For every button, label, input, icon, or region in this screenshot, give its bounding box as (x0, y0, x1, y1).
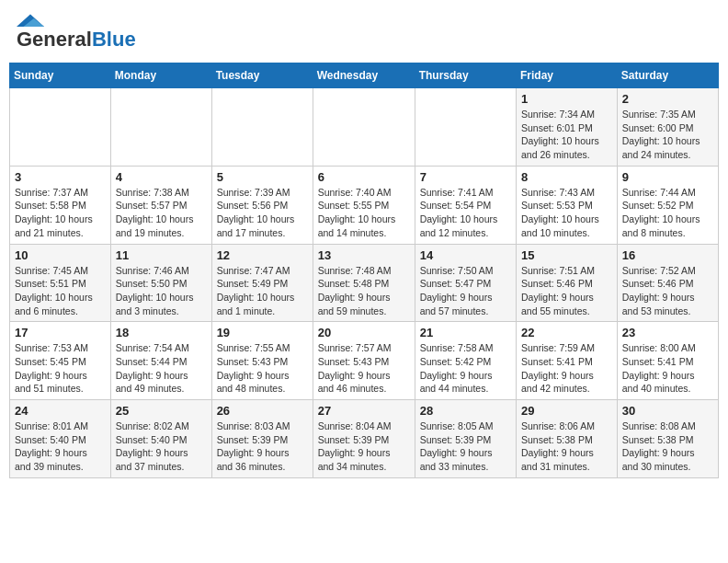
weekday-header-sunday: Sunday (10, 63, 111, 88)
day-number: 5 (217, 170, 308, 184)
weekday-header-wednesday: Wednesday (313, 63, 415, 88)
day-info: Sunrise: 7:37 AM Sunset: 5:58 PM Dayligh… (15, 186, 106, 240)
day-info: Sunrise: 8:01 AM Sunset: 5:40 PM Dayligh… (15, 419, 106, 474)
calendar-cell: 15Sunrise: 7:51 AM Sunset: 5:46 PM Dayli… (517, 244, 618, 322)
calendar-cell: 30Sunrise: 8:08 AM Sunset: 5:38 PM Dayli… (617, 400, 718, 478)
day-number: 10 (15, 248, 106, 262)
calendar-cell: 13Sunrise: 7:48 AM Sunset: 5:48 PM Dayli… (313, 244, 415, 322)
day-info: Sunrise: 7:51 AM Sunset: 5:46 PM Dayligh… (521, 264, 612, 318)
day-info: Sunrise: 7:58 AM Sunset: 5:42 PM Dayligh… (420, 341, 511, 396)
calendar-cell: 1Sunrise: 7:34 AM Sunset: 6:01 PM Daylig… (517, 88, 618, 167)
day-number: 29 (521, 404, 612, 418)
day-info: Sunrise: 7:59 AM Sunset: 5:41 PM Dayligh… (521, 341, 612, 396)
calendar-cell: 11Sunrise: 7:46 AM Sunset: 5:50 PM Dayli… (110, 244, 211, 322)
day-info: Sunrise: 8:03 AM Sunset: 5:39 PM Dayligh… (217, 419, 308, 474)
day-number: 22 (521, 326, 612, 339)
calendar-cell (10, 88, 111, 167)
weekday-header-thursday: Thursday (415, 63, 516, 88)
day-number: 24 (15, 404, 106, 418)
day-number: 27 (318, 404, 410, 418)
calendar-cell: 28Sunrise: 8:05 AM Sunset: 5:39 PM Dayli… (415, 400, 516, 478)
calendar-cell: 20Sunrise: 7:57 AM Sunset: 5:43 PM Dayli… (313, 322, 415, 400)
calendar-cell: 26Sunrise: 8:03 AM Sunset: 5:39 PM Dayli… (211, 400, 313, 478)
day-number: 20 (318, 326, 410, 339)
day-info: Sunrise: 7:57 AM Sunset: 5:43 PM Dayligh… (318, 341, 410, 396)
calendar-cell: 27Sunrise: 8:04 AM Sunset: 5:39 PM Dayli… (313, 400, 415, 478)
day-info: Sunrise: 8:02 AM Sunset: 5:40 PM Dayligh… (116, 419, 207, 474)
day-number: 6 (318, 170, 410, 184)
day-number: 15 (521, 248, 612, 262)
day-info: Sunrise: 8:08 AM Sunset: 5:38 PM Dayligh… (622, 419, 713, 474)
calendar-cell (211, 88, 313, 167)
day-number: 28 (420, 404, 511, 418)
calendar-cell: 12Sunrise: 7:47 AM Sunset: 5:49 PM Dayli… (211, 244, 313, 322)
calendar-cell: 23Sunrise: 8:00 AM Sunset: 5:41 PM Dayli… (617, 322, 718, 400)
day-info: Sunrise: 8:04 AM Sunset: 5:39 PM Dayligh… (318, 419, 410, 474)
day-number: 23 (622, 326, 713, 339)
page-header: GeneralBlue (9, 9, 719, 55)
logo: GeneralBlue (17, 13, 136, 52)
day-number: 12 (217, 248, 308, 262)
day-number: 1 (521, 92, 612, 106)
calendar-week-2: 3Sunrise: 7:37 AM Sunset: 5:58 PM Daylig… (10, 166, 719, 244)
day-info: Sunrise: 7:45 AM Sunset: 5:51 PM Dayligh… (15, 264, 106, 318)
day-info: Sunrise: 8:06 AM Sunset: 5:38 PM Dayligh… (521, 419, 612, 474)
calendar-cell: 5Sunrise: 7:39 AM Sunset: 5:56 PM Daylig… (211, 166, 313, 244)
day-number: 14 (420, 248, 511, 262)
day-info: Sunrise: 7:40 AM Sunset: 5:55 PM Dayligh… (318, 186, 410, 240)
day-info: Sunrise: 7:52 AM Sunset: 5:46 PM Dayligh… (622, 264, 713, 318)
calendar-cell: 2Sunrise: 7:35 AM Sunset: 6:00 PM Daylig… (617, 88, 718, 167)
calendar-cell (313, 88, 415, 167)
day-number: 21 (420, 326, 511, 339)
logo-text: GeneralBlue (17, 28, 136, 52)
day-number: 25 (116, 404, 207, 418)
day-number: 3 (15, 170, 106, 184)
calendar-cell: 3Sunrise: 7:37 AM Sunset: 5:58 PM Daylig… (10, 166, 111, 244)
day-number: 11 (116, 248, 207, 262)
calendar-cell: 18Sunrise: 7:54 AM Sunset: 5:44 PM Dayli… (110, 322, 211, 400)
day-number: 18 (116, 326, 207, 339)
calendar-week-3: 10Sunrise: 7:45 AM Sunset: 5:51 PM Dayli… (10, 244, 719, 322)
calendar-cell: 7Sunrise: 7:41 AM Sunset: 5:54 PM Daylig… (415, 166, 516, 244)
calendar-cell: 10Sunrise: 7:45 AM Sunset: 5:51 PM Dayli… (10, 244, 111, 322)
day-number: 2 (622, 92, 713, 106)
day-number: 19 (217, 326, 308, 339)
calendar-table: SundayMondayTuesdayWednesdayThursdayFrid… (9, 63, 719, 478)
calendar-cell: 6Sunrise: 7:40 AM Sunset: 5:55 PM Daylig… (313, 166, 415, 244)
day-info: Sunrise: 7:43 AM Sunset: 5:53 PM Dayligh… (521, 186, 612, 240)
day-info: Sunrise: 7:38 AM Sunset: 5:57 PM Dayligh… (116, 186, 207, 240)
calendar-cell: 4Sunrise: 7:38 AM Sunset: 5:57 PM Daylig… (110, 166, 211, 244)
day-info: Sunrise: 7:39 AM Sunset: 5:56 PM Dayligh… (217, 186, 308, 240)
day-info: Sunrise: 7:44 AM Sunset: 5:52 PM Dayligh… (622, 186, 713, 240)
day-info: Sunrise: 7:46 AM Sunset: 5:50 PM Dayligh… (116, 264, 207, 318)
day-info: Sunrise: 7:53 AM Sunset: 5:45 PM Dayligh… (15, 341, 106, 396)
day-number: 7 (420, 170, 511, 184)
day-number: 30 (622, 404, 713, 418)
calendar-week-1: 1Sunrise: 7:34 AM Sunset: 6:01 PM Daylig… (10, 88, 719, 167)
day-info: Sunrise: 7:47 AM Sunset: 5:49 PM Dayligh… (217, 264, 308, 318)
day-number: 26 (217, 404, 308, 418)
day-info: Sunrise: 7:41 AM Sunset: 5:54 PM Dayligh… (420, 186, 511, 240)
calendar-cell: 14Sunrise: 7:50 AM Sunset: 5:47 PM Dayli… (415, 244, 516, 322)
calendar-cell: 29Sunrise: 8:06 AM Sunset: 5:38 PM Dayli… (517, 400, 618, 478)
day-number: 17 (15, 326, 106, 339)
calendar-cell: 16Sunrise: 7:52 AM Sunset: 5:46 PM Dayli… (617, 244, 718, 322)
day-number: 16 (622, 248, 713, 262)
day-info: Sunrise: 8:05 AM Sunset: 5:39 PM Dayligh… (420, 419, 511, 474)
day-number: 9 (622, 170, 713, 184)
calendar-week-4: 17Sunrise: 7:53 AM Sunset: 5:45 PM Dayli… (10, 322, 719, 400)
calendar-cell: 24Sunrise: 8:01 AM Sunset: 5:40 PM Dayli… (10, 400, 111, 478)
weekday-header-row: SundayMondayTuesdayWednesdayThursdayFrid… (10, 63, 719, 88)
weekday-header-saturday: Saturday (617, 63, 718, 88)
day-info: Sunrise: 7:54 AM Sunset: 5:44 PM Dayligh… (116, 341, 207, 396)
day-number: 8 (521, 170, 612, 184)
weekday-header-tuesday: Tuesday (211, 63, 313, 88)
calendar-cell (415, 88, 516, 167)
day-info: Sunrise: 7:50 AM Sunset: 5:47 PM Dayligh… (420, 264, 511, 318)
calendar-cell: 21Sunrise: 7:58 AM Sunset: 5:42 PM Dayli… (415, 322, 516, 400)
calendar-cell: 9Sunrise: 7:44 AM Sunset: 5:52 PM Daylig… (617, 166, 718, 244)
day-number: 4 (116, 170, 207, 184)
day-info: Sunrise: 7:48 AM Sunset: 5:48 PM Dayligh… (318, 264, 410, 318)
weekday-header-friday: Friday (517, 63, 618, 88)
calendar-cell (110, 88, 211, 167)
